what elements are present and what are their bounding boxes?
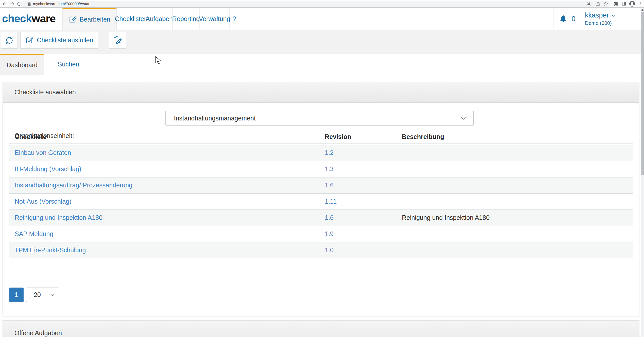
refresh-icon [5,36,14,45]
table-row: Not-Aus (Vorschlag) 1.11 [9,193,633,209]
table-row: SAP Meldung 1.9 [9,226,633,242]
chevron-down-icon [611,13,616,18]
revision-cell: 1.0 [325,242,402,258]
app-header: checkware Bearbeiten Checklisten Aufgabe… [0,8,644,30]
revision-cell: 1.9 [325,226,402,242]
nav-label: Bearbeiten [80,16,110,23]
browser-profile-avatar[interactable] [629,1,635,7]
bookmark-star-icon[interactable] [603,1,609,6]
column-header-beschreibung: Beschreibung [402,133,633,144]
revision-cell: 1.6 [325,210,402,226]
table-row: IH-Meldung (Vorschlag) 1.3 [9,161,633,177]
view-tabbar: Dashboard Suchen [0,54,644,75]
checkware-logo[interactable]: checkware [2,8,56,30]
revision-cell: 1.2 [325,145,402,161]
browser-toolbar: mycheckware.com/700009/#/start [0,0,644,8]
revision-cell: 1.6 [325,178,402,193]
wizard-button[interactable] [109,32,126,49]
side-panel-icon[interactable] [622,1,627,6]
button-label: Checkliste ausfüllen [37,37,93,44]
nav-label: Reporting [172,15,200,23]
page-size-value: 20 [34,291,41,298]
nav-item-aufgaben[interactable]: Aufgaben [146,8,173,30]
table-row: Reinigung und Inspektion A180 1.6 Reinig… [9,209,633,226]
description-cell [402,178,633,193]
user-organization: Demo (000) [585,20,616,26]
nav-item-checklisten[interactable]: Checklisten [117,8,146,30]
table-header-row: Checkliste Revision Beschreibung [9,133,633,144]
nav-label: Verwaltung [199,15,230,23]
tab-label: Dashboard [7,61,38,69]
browser-menu-icon[interactable] [638,1,643,6]
nav-item-bearbeiten[interactable]: Bearbeiten [62,8,117,30]
user-name: kkasper [585,11,609,19]
panel-title-text: Checkliste auswählen [14,88,76,96]
panel-title-text: Offene Aufgaben [14,329,62,337]
column-header-checkliste: Checkliste [9,133,325,144]
checkliste-ausfuellen-button[interactable]: Checkliste ausfüllen [20,32,98,49]
nav-item-verwaltung[interactable]: Verwaltung [200,8,230,30]
revision-cell: 1.11 [325,194,402,209]
checklist-link[interactable]: TPM Ein-Punkt-Schulung [15,246,86,254]
scrollbar-thumb[interactable] [641,12,644,175]
nav-item-reporting[interactable]: Reporting [173,8,200,30]
mouse-cursor [155,56,162,65]
org-unit-select[interactable]: Instandhaltungsmanagement [165,111,474,126]
url-text[interactable]: mycheckware.com/700009/#/start [33,2,91,6]
logo-ware: ware [32,12,56,25]
tab-suchen[interactable]: Suchen [44,54,93,75]
chevron-down-icon [49,292,56,298]
org-unit-value: Instandhaltungsmanagement [174,115,256,122]
refresh-button[interactable] [1,32,18,49]
description-cell [402,242,633,258]
checkliste-auswaehlen-panel: Checkliste auswählen Organisationseinhei… [3,82,639,316]
lock-icon [27,2,31,6]
description-cell [402,194,633,209]
tab-label: Suchen [58,61,79,68]
chevron-down-icon [460,115,467,121]
action-toolbar: Checkliste ausfüllen [0,30,644,54]
column-header-revision: Revision [325,133,402,144]
browser-address-bar[interactable] [20,1,610,7]
checklist-link[interactable]: Reinigung und Inspektion A180 [15,214,102,221]
edit-icon [69,15,77,23]
logo-check: check [2,12,32,25]
checklist-link[interactable]: Einbau von Geräten [15,149,71,156]
checklist-table: Einbau von Geräten 1.2 IH-Meldung (Vorsc… [9,145,633,258]
page-number: 1 [15,291,18,298]
nav-label: ? [232,15,236,23]
edit-icon [25,36,33,44]
browser-forward-icon[interactable] [10,1,15,6]
panel-title: Checkliste auswählen [3,82,639,103]
checklist-link[interactable]: Not-Aus (Vorschlag) [15,198,71,205]
share-icon[interactable] [595,1,600,6]
nav-label: Checklisten [115,15,148,23]
description-cell [402,226,633,242]
nav-label: Aufgaben [146,15,173,23]
browser-back-icon[interactable] [2,1,7,6]
table-row: Einbau von Geräten 1.2 [9,145,633,161]
panel-body: Organisationseinheit: Instandhaltungsman… [3,103,639,316]
table-row: TPM Ein-Punkt-Schulung 1.0 [9,242,633,258]
scrollbar-up-arrow[interactable] [641,9,644,11]
notifications-button[interactable]: 0 [553,8,581,30]
offene-aufgaben-panel: Offene Aufgaben [3,320,639,337]
checklist-link[interactable]: SAP Meldung [15,230,53,237]
checklist-link[interactable]: IH-Meldung (Vorschlag) [15,165,81,172]
description-cell [402,145,633,161]
pagination-page-1-button[interactable]: 1 [9,288,24,302]
table-row: Instandhaltungsauftrag/ Prozessänderung … [9,177,633,193]
page-size-select[interactable]: 20 [26,288,59,302]
user-menu[interactable]: kkasper Demo (000) [585,8,616,30]
extensions-puzzle-icon[interactable] [614,1,619,6]
magic-wand-icon [113,36,122,45]
notification-count: 0 [571,15,575,23]
checklist-link[interactable]: Instandhaltungsauftrag/ Prozessänderung [15,182,132,189]
nav-item-help[interactable]: ? [230,8,239,30]
bell-icon [559,15,567,23]
tab-dashboard[interactable]: Dashboard [0,54,44,75]
revision-cell: 1.3 [325,161,402,177]
description-cell: Reinigung und Inspektion A180 [402,210,633,226]
panel-title: Offene Aufgaben [3,321,639,337]
zoom-magnifier-icon[interactable] [586,1,591,6]
